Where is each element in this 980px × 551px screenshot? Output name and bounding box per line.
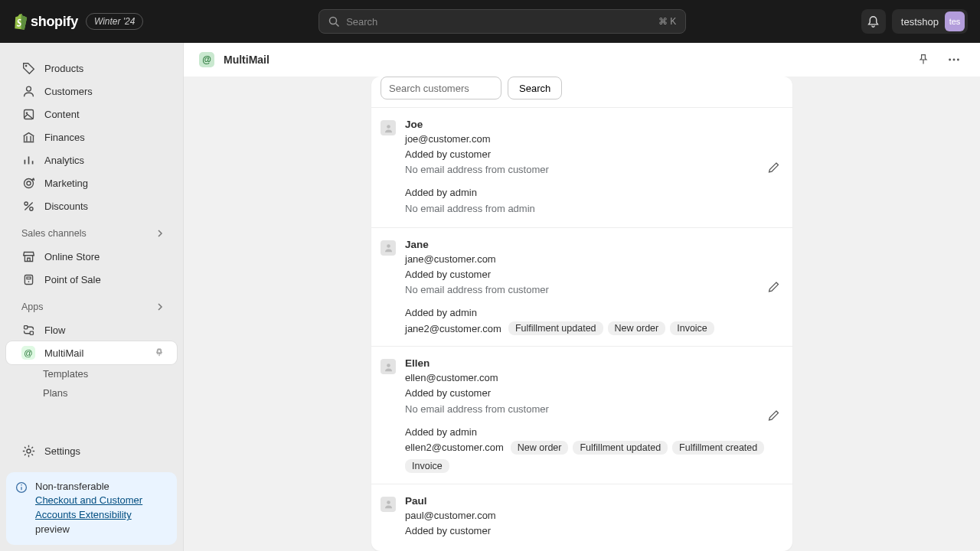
added-by-customer: Added by customer	[405, 267, 780, 282]
sidebar-subitem-plans[interactable]: Plans	[6, 383, 177, 403]
user-menu[interactable]: testshop tes	[892, 9, 968, 34]
bars-icon	[21, 153, 35, 167]
apps-header[interactable]: Apps	[6, 297, 177, 317]
more-button[interactable]	[943, 49, 965, 70]
sidebar-item-products[interactable]: Products	[6, 57, 177, 80]
edit-button[interactable]	[767, 161, 780, 174]
admin-email: ellen2@customer.com	[405, 442, 504, 453]
image-icon	[21, 107, 35, 121]
svg-point-7	[26, 181, 30, 184]
target-icon	[21, 176, 35, 190]
at-icon: @	[21, 346, 35, 360]
svg-rect-15	[30, 331, 33, 334]
avatar-icon	[381, 240, 396, 256]
customer-name: Joe	[405, 119, 780, 130]
svg-point-3	[26, 86, 31, 91]
banner-link[interactable]: Checkout and Customer Accounts Extensibi…	[35, 494, 142, 520]
customer-note: No email address from customer	[405, 282, 780, 298]
sidebar: Products Customers Content Finances Anal…	[0, 43, 184, 551]
svg-text:@: @	[24, 348, 32, 357]
sidebar-item-analytics[interactable]: Analytics	[6, 148, 177, 171]
sidebar-item-finances[interactable]: Finances	[6, 126, 177, 148]
customer-row: Paul paul@customer.com Added by customer	[371, 484, 792, 549]
bell-icon	[867, 15, 880, 28]
customer-email: paul@customer.com	[405, 508, 780, 523]
avatar-icon	[381, 120, 396, 135]
tag: New order	[511, 441, 569, 455]
customer-name: Paul	[405, 495, 780, 507]
banner-line1: Non-transferable	[35, 480, 168, 494]
shopify-logo[interactable]: shopify	[12, 13, 78, 30]
customer-email: joe@customer.com	[405, 132, 780, 147]
customer-search-input[interactable]: Search customers	[381, 77, 501, 99]
notifications-button[interactable]	[861, 9, 886, 34]
search-icon	[328, 16, 340, 28]
added-by-customer: Added by customer	[405, 386, 780, 401]
global-search[interactable]: Search ⌘ K	[318, 9, 686, 34]
sidebar-item-online-store[interactable]: Online Store	[6, 245, 177, 268]
customer-row: Joe joe@customer.com Added by customer N…	[371, 107, 792, 227]
tag: Fulfillment updated	[573, 441, 668, 455]
sidebar-item-settings[interactable]: Settings	[6, 440, 177, 463]
pin-icon	[917, 54, 929, 66]
customer-name: Jane	[405, 239, 780, 250]
customer-note: No email address from customer	[405, 402, 780, 417]
added-by-customer: Added by customer	[405, 147, 780, 162]
customer-search-button[interactable]: Search	[508, 77, 562, 99]
svg-rect-11	[24, 275, 32, 284]
edit-button[interactable]	[767, 280, 780, 293]
customer-note: No email address from customer	[405, 162, 780, 178]
admin-email: jane2@customer.com	[405, 323, 501, 334]
svg-point-21	[949, 59, 951, 61]
sidebar-item-marketing[interactable]: Marketing	[6, 171, 177, 194]
sales-channels-header[interactable]: Sales channels	[6, 223, 177, 243]
logo-group: shopify Winter '24	[12, 13, 143, 30]
bank-icon	[21, 130, 35, 144]
customers-card: Search customers Search Joe joe@customer…	[371, 77, 792, 551]
sidebar-item-customers[interactable]: Customers	[6, 80, 177, 103]
info-banner: Non-transferable Checkout and Customer A…	[6, 472, 177, 545]
shopify-bag-icon	[12, 13, 28, 30]
sidebar-item-point-of-sale[interactable]: Point of Sale	[6, 268, 177, 291]
svg-point-19	[21, 484, 22, 486]
percent-icon	[21, 199, 35, 213]
pos-icon	[21, 272, 35, 286]
store-icon	[21, 249, 35, 263]
pin-icon[interactable]	[154, 347, 165, 358]
svg-point-24	[387, 125, 390, 129]
sidebar-subitem-templates[interactable]: Templates	[6, 364, 177, 383]
top-bar: shopify Winter '24 Search ⌘ K testshop t…	[0, 0, 980, 43]
added-by-admin: Added by admin	[405, 305, 780, 321]
flow-icon	[21, 323, 35, 337]
added-by-customer: Added by customer	[405, 523, 780, 539]
user-name: testshop	[901, 16, 939, 28]
tag: Invoice	[670, 321, 714, 335]
tag: Fulfillment updated	[508, 321, 603, 335]
sidebar-item-multimail[interactable]: @ MultiMail	[6, 341, 177, 364]
app-icon: @	[199, 52, 214, 67]
svg-point-0	[330, 17, 337, 24]
edition-pill: Winter '24	[86, 13, 144, 30]
svg-point-2	[24, 64, 27, 67]
svg-point-8	[24, 201, 27, 204]
tag: Fulfillment created	[672, 441, 764, 455]
svg-rect-12	[26, 277, 30, 279]
customer-row: Jane jane@customer.com Added by customer…	[371, 227, 792, 347]
sidebar-item-discounts[interactable]: Discounts	[6, 194, 177, 217]
topbar-right: testshop tes	[861, 9, 968, 34]
sidebar-item-flow[interactable]: Flow	[6, 318, 177, 341]
search-placeholder: Search	[346, 16, 377, 28]
edit-button[interactable]	[767, 409, 780, 422]
customer-email: ellen@customer.com	[405, 370, 780, 386]
sidebar-item-content[interactable]: Content	[6, 103, 177, 126]
main: @ MultiMail Search customers Search	[184, 43, 980, 551]
pin-button[interactable]	[913, 49, 934, 70]
svg-rect-14	[24, 325, 27, 328]
tag-icon	[21, 61, 35, 75]
chevron-right-icon	[155, 302, 165, 311]
page-header: @ MultiMail	[184, 43, 980, 77]
svg-point-27	[387, 501, 390, 505]
person-icon	[21, 84, 35, 98]
svg-point-9	[29, 207, 32, 210]
svg-point-23	[957, 59, 959, 61]
